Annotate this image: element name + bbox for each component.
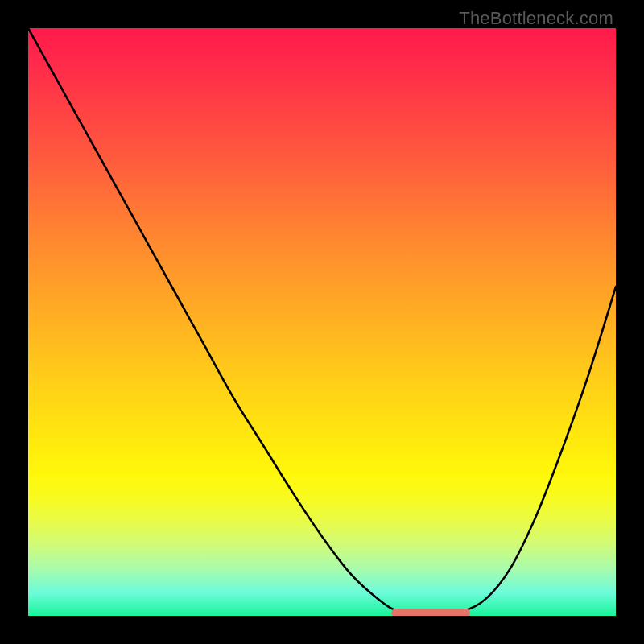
chart-frame: TheBottleneck.com xyxy=(0,0,644,644)
plot-area xyxy=(28,28,616,616)
chart-svg xyxy=(28,28,616,616)
attribution-label: TheBottleneck.com xyxy=(459,8,613,29)
bottleneck-curve xyxy=(28,28,616,613)
